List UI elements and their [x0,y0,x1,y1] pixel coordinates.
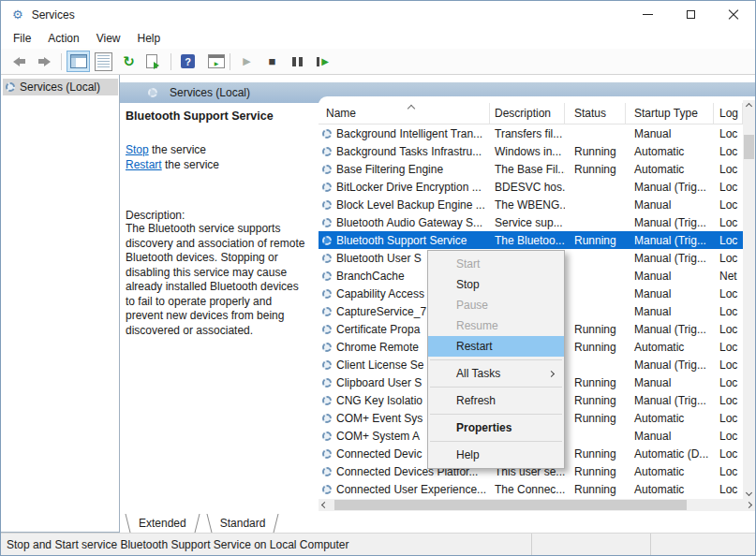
column-header-startup-type[interactable]: Startup Type [626,103,714,124]
table-row[interactable]: Block Level Backup Engine ...The WBENG..… [319,196,743,213]
table-row[interactable]: Base Filtering EngineThe Base Fil...Runn… [319,160,743,178]
context-menu-item-start[interactable]: Start [428,254,564,274]
service-logon-cell: Loc [714,178,743,196]
service-startup-type-cell: Manual (Trig... [626,356,714,373]
table-row[interactable]: BitLocker Drive Encryption ...BDESVC hos… [319,178,743,196]
vertical-scroll-thumb[interactable] [744,135,754,159]
stop-service-link[interactable]: Stop [126,143,149,156]
service-status-cell: Running [565,480,626,498]
stop-service-icon[interactable] [260,51,284,72]
table-header: NameDescriptionStatusStartup TypeLog [319,103,755,124]
restart-service-icon[interactable] [311,51,334,72]
service-gear-icon [322,432,332,441]
context-menu-item-restart[interactable]: Restart [428,336,564,357]
context-menu-item-help[interactable]: Help [428,445,564,465]
table-row[interactable]: Bluetooth Audio Gateway S...Service sup.… [319,213,743,231]
service-logon-cell: Loc [714,373,743,391]
menu-bar: FileActionViewHelp [1,28,755,49]
context-menu-item-all-tasks[interactable]: All Tasks [428,363,564,384]
help-icon[interactable] [176,51,200,72]
column-header-log[interactable]: Log [714,103,743,124]
column-header-status[interactable]: Status [565,103,626,124]
column-header-name[interactable]: Name [319,103,490,124]
properties-icon[interactable] [92,51,115,72]
refresh-icon[interactable] [117,51,141,72]
service-name: COM+ System A [336,430,420,443]
status-pane-2 [650,534,755,555]
menu-file[interactable]: File [5,29,39,48]
table-row[interactable]: Background Intelligent Tran...Transfers … [319,124,743,142]
menu-help[interactable]: Help [129,29,170,48]
column-header-description[interactable]: Description [490,103,565,124]
context-menu-item-resume[interactable]: Resume [428,315,564,336]
pause-service-icon[interactable] [286,51,309,72]
service-name: Background Intelligent Tran... [336,127,482,140]
service-startup-type-cell: Manual [626,373,714,391]
service-name: Block Level Backup Engine ... [336,198,485,212]
service-gear-icon [322,289,332,299]
service-name-cell: Background Tasks Infrastru... [319,142,490,160]
service-gear-icon [322,200,332,210]
context-menu-item-properties[interactable]: Properties [428,417,564,438]
scroll-down-arrow[interactable] [743,487,755,499]
service-startup-type-cell: Manual [626,124,714,142]
minimize-button[interactable] [626,1,669,28]
service-name: Certificate Propa [336,323,420,336]
service-name: Client License Se [336,358,423,372]
tab-edge [194,514,200,533]
service-status-cell: Running [565,320,626,338]
service-startup-type-cell: Manual (Trig... [626,249,714,267]
tree-item-services-local[interactable]: Services (Local) [3,79,118,95]
back-icon[interactable] [7,51,31,72]
forward-icon[interactable] [33,51,56,72]
service-name: Chrome Remote [336,341,419,354]
service-name-cell: BitLocker Drive Encryption ... [319,178,490,196]
services-app-icon: ⚙ [12,8,23,21]
service-status-cell [565,178,626,196]
service-logon-cell: Loc [714,445,743,462]
service-startup-type-cell: Manual (Trig... [626,213,714,231]
restart-service-link[interactable]: Restart [126,158,162,171]
service-logon-cell: Loc [714,356,743,373]
extended-details-pane: Bluetooth Support Service Stop the servi… [120,103,319,511]
service-description-cell: BDESVC hos... [490,178,565,196]
service-status-cell: Running [565,391,626,409]
service-gear-icon [322,254,332,263]
service-startup-type-cell: Manual (Trig... [626,320,714,338]
tab-standard[interactable]: Standard [206,514,280,533]
table-row[interactable]: Bluetooth Support ServiceThe Bluetoo...R… [319,231,743,249]
scroll-left-arrow[interactable] [319,499,331,511]
tab-extended[interactable]: Extended [125,514,200,533]
context-menu-separator [430,414,562,415]
close-button[interactable] [712,1,755,28]
horizontal-scroll-thumb[interactable] [334,500,687,510]
context-menu-item-refresh[interactable]: Refresh [428,390,564,411]
scroll-right-arrow[interactable] [743,499,755,511]
export-list-icon[interactable] [142,51,166,72]
service-startup-type-cell: Manual [626,285,714,302]
tree-item-label: Services (Local) [20,80,100,94]
show-console-tree-icon[interactable] [67,51,90,72]
service-name-cell: Bluetooth Audio Gateway S... [319,213,490,231]
table-row[interactable]: Connected User Experience...The Connec..… [319,480,743,498]
main-area: Services (Local) Services (Local) Blueto… [1,75,755,533]
service-name: Background Tasks Infrastru... [336,145,482,158]
service-name: COM+ Event Sys [336,412,422,425]
table-row[interactable]: Background Tasks Infrastru...Windows in.… [319,142,743,160]
service-startup-type-cell: Automatic (D... [626,445,714,462]
menu-view[interactable]: View [88,29,129,48]
vertical-scrollbar[interactable] [743,100,755,499]
service-startup-type-cell: Automatic [626,142,714,160]
context-menu: StartStopPauseResumeRestartAll TasksRefr… [427,250,565,469]
services-window: { "window": { "title": "Services" }, "ti… [0,0,756,556]
service-logon-cell: Loc [714,285,743,302]
horizontal-scrollbar[interactable] [319,499,755,511]
service-gear-icon [322,129,332,139]
scroll-up-arrow[interactable] [743,100,755,112]
show-action-pane-icon[interactable] [201,51,225,72]
start-service-icon[interactable] [235,51,259,72]
menu-action[interactable]: Action [39,29,87,48]
context-menu-item-pause[interactable]: Pause [428,295,564,315]
maximize-button[interactable] [669,1,712,28]
context-menu-item-stop[interactable]: Stop [428,274,564,295]
